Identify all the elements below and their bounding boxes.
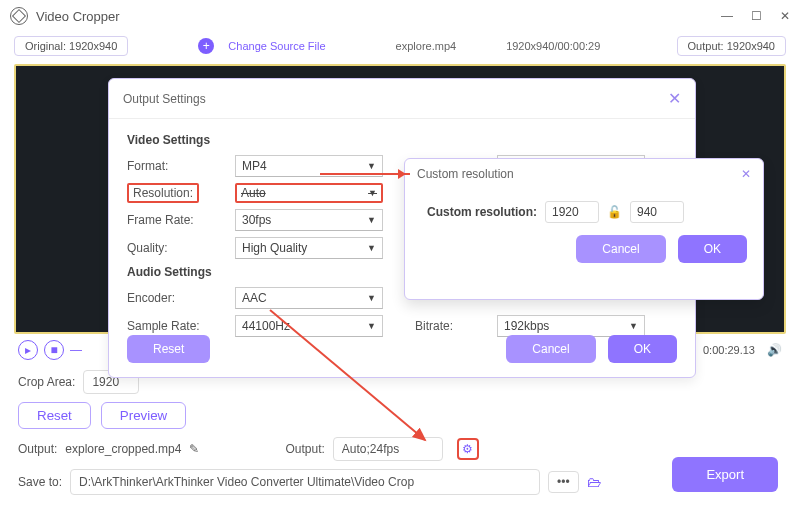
volume-icon[interactable]: 🔊 [767,343,782,357]
framerate-select[interactable]: 30fps▼ [235,209,383,231]
minimize-icon[interactable]: — [721,9,733,23]
save-to-label: Save to: [18,475,62,489]
video-settings-heading: Video Settings [127,133,677,147]
output-format-label: Output: [285,442,324,456]
output-format-value[interactable]: Auto;24fps [333,437,443,461]
format-label: Format: [127,159,223,173]
resolution-select[interactable]: Auto▼ [235,183,383,203]
close-icon[interactable]: ✕ [780,9,790,23]
framerate-label: Frame Rate: [127,213,223,227]
duration-label: 1920x940/00:00:29 [506,40,600,52]
bitrate-label: Bitrate: [415,319,485,333]
original-size-chip: Original: 1920x940 [14,36,128,56]
aencoder-select[interactable]: AAC▼ [235,287,383,309]
stop-button[interactable]: ■ [44,340,64,360]
modal-reset-button[interactable]: Reset [127,335,210,363]
filename-label: explore.mp4 [396,40,457,52]
output-filename: explore_cropped.mp4 [65,442,181,456]
settings-gear-icon[interactable]: ⚙ [457,438,479,460]
sub-ok-button[interactable]: OK [678,235,747,263]
change-source-plus-icon[interactable]: + [198,38,214,54]
bitrate-select[interactable]: 192kbps▼ [497,315,645,337]
custom-resolution-dialog: Custom resolution ✕ Custom resolution: 1… [404,158,764,300]
modal-ok-button[interactable]: OK [608,335,677,363]
resolution-label: Resolution: [127,186,223,200]
lock-ratio-icon[interactable]: 🔓 [607,205,622,219]
titlebar: Video Cropper — ☐ ✕ [0,0,800,32]
app-title: Video Cropper [36,9,721,24]
quality-label: Quality: [127,241,223,255]
output-size-chip: Output: 1920x940 [677,36,786,56]
info-strip: Original: 1920x940 + Change Source File … [0,32,800,60]
maximize-icon[interactable]: ☐ [751,9,762,23]
preview-button[interactable]: Preview [101,402,186,429]
export-button[interactable]: Export [672,457,778,492]
sub-label: Custom resolution: [427,205,537,219]
custom-height-input[interactable]: 940 [630,201,684,223]
app-logo-icon [10,7,28,25]
sub-title: Custom resolution [417,167,514,181]
change-source-link[interactable]: Change Source File [228,40,325,52]
annotation-arrow-icon [320,173,410,175]
custom-width-input[interactable]: 1920 [545,201,599,223]
dialog-title: Output Settings [123,92,206,106]
sub-close-icon[interactable]: ✕ [741,167,751,181]
dialog-close-icon[interactable]: ✕ [668,89,681,108]
save-path-input[interactable]: D:\ArkThinker\ArkThinker Video Converter… [70,469,540,495]
edit-filename-icon[interactable]: ✎ [189,442,199,456]
samplerate-select[interactable]: 44100Hz▼ [235,315,383,337]
open-folder-icon[interactable]: 🗁 [587,474,601,490]
output-file-label: Output: [18,442,57,456]
samplerate-label: Sample Rate: [127,319,223,333]
sub-cancel-button[interactable]: Cancel [576,235,665,263]
aencoder-label: Encoder: [127,291,223,305]
timecode: 0:00:29.13 [703,344,755,356]
modal-cancel-button[interactable]: Cancel [506,335,595,363]
browse-button[interactable]: ••• [548,471,579,493]
reset-button[interactable]: Reset [18,402,91,429]
quality-select[interactable]: High Quality▼ [235,237,383,259]
play-button[interactable]: ▸ [18,340,38,360]
crop-area-label: Crop Area: [18,375,75,389]
